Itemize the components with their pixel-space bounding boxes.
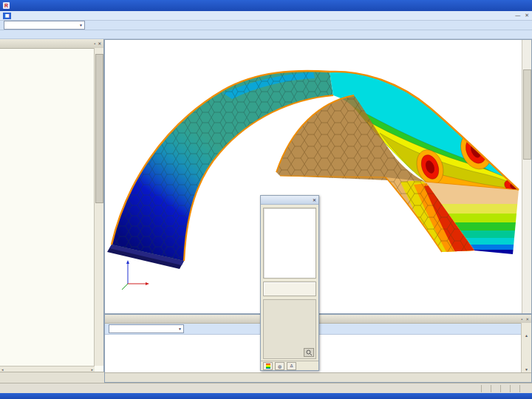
- status-plane: [491, 385, 500, 392]
- status-cs: [481, 385, 491, 392]
- toolbar-standard: ▼: [0, 21, 532, 30]
- app-icon: R: [3, 2, 10, 9]
- navigator-hscrollbar[interactable]: ◂ ▸: [0, 366, 95, 372]
- panel-tabs: ◍ Δ: [261, 361, 318, 370]
- viewport-scrollbar[interactable]: [522, 40, 531, 313]
- table-close-icon[interactable]: ✕: [525, 317, 529, 321]
- document-icon: ▦: [3, 13, 11, 19]
- panel-zoom-button[interactable]: [304, 348, 314, 357]
- status-bar: [0, 383, 532, 393]
- rfem-application-window: { "window": { "title": "RFEM 5.24.01 x64…: [0, 0, 532, 399]
- status-x: [500, 385, 510, 392]
- status-z: [519, 385, 529, 392]
- color-scale-tab[interactable]: [263, 362, 273, 370]
- pin-icon[interactable]: ▪: [94, 41, 95, 46]
- table-combo-dropdown-icon: ▼: [178, 327, 182, 331]
- load-case-combo[interactable]: ▼: [4, 21, 85, 30]
- table-scrollbar[interactable]: ▲▼: [521, 323, 531, 372]
- results-tree: [0, 48, 95, 366]
- filter-tab[interactable]: Δ: [287, 362, 296, 370]
- menu-bar: ▦ — ✕: [0, 11, 532, 21]
- maxmin-box: [263, 282, 316, 296]
- mdi-minimize-button[interactable]: —: [515, 13, 520, 18]
- table-pin-icon[interactable]: ▪: [521, 317, 522, 321]
- navigator-close-icon[interactable]: ✕: [98, 41, 101, 46]
- toolbar-insert: [0, 30, 532, 39]
- combo-dropdown-icon: ▼: [79, 23, 83, 27]
- color-legend: [263, 208, 316, 279]
- results-panel[interactable]: ✕ ◍ Δ: [260, 195, 319, 371]
- coordinate-axes-icon: [122, 260, 149, 290]
- navigator-tabs: [0, 372, 104, 383]
- panel-options-area: [263, 299, 316, 359]
- display-factors-tab[interactable]: ◍: [275, 362, 284, 370]
- window-bottom-frame: [0, 393, 532, 399]
- status-y: [510, 385, 519, 392]
- panel-close-icon[interactable]: ✕: [313, 197, 316, 202]
- title-bar: R: [0, 0, 532, 11]
- project-navigator-pane: ▪✕ ◂ ▸: [0, 39, 104, 383]
- navigator-scrollbar[interactable]: [94, 48, 103, 366]
- mdi-close-button[interactable]: ✕: [525, 13, 529, 18]
- table-case-combo[interactable]: ▼: [109, 324, 184, 333]
- table-tabs: [105, 372, 531, 382]
- scroll-right-icon[interactable]: ▸: [91, 367, 93, 372]
- scroll-left-icon[interactable]: ◂: [1, 367, 4, 372]
- panel-title-bar[interactable]: ✕: [261, 196, 318, 205]
